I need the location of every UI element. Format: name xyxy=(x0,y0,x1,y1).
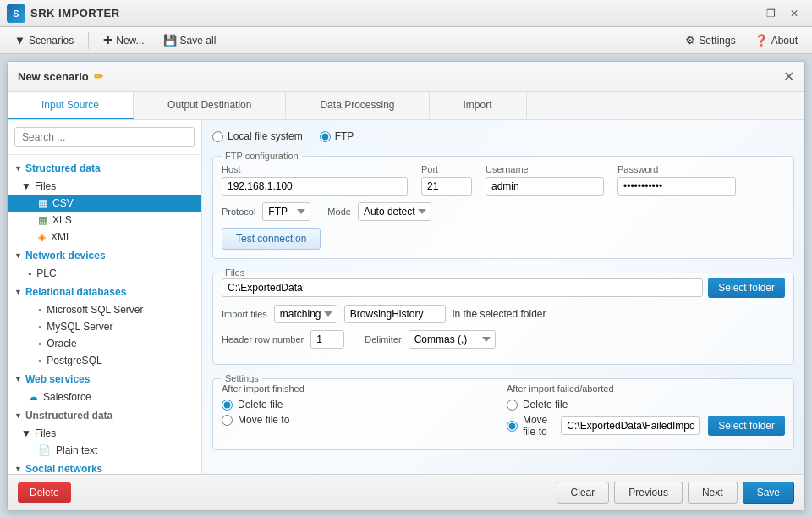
bottom-bar: Delete Clear Previous Next Save xyxy=(8,474,804,510)
tree-item-xls[interactable]: ▦ XLS xyxy=(8,212,201,229)
local-fs-option[interactable]: Local file system xyxy=(212,130,303,142)
csv-icon: ▦ xyxy=(38,197,47,209)
settings-legend: Settings xyxy=(222,373,262,383)
category-structured-data[interactable]: ▼ Structured data xyxy=(8,158,201,178)
window-close-button[interactable]: ✕ xyxy=(783,69,794,85)
about-icon: ❓ xyxy=(754,34,768,47)
protocol-select[interactable]: FTP FTPS SFTP xyxy=(262,202,310,221)
new-button[interactable]: ✚ New... xyxy=(96,30,151,50)
social-arrow: ▼ xyxy=(14,465,22,473)
content-area: ▼ Structured data ▼ Files ▦ CSV ▦ XLS ◈ xyxy=(8,120,804,474)
about-button[interactable]: ❓ About xyxy=(747,30,805,50)
save-button[interactable]: Save xyxy=(743,482,794,504)
settings-button[interactable]: ⚙ Settings xyxy=(678,30,743,50)
path-input[interactable] xyxy=(222,278,703,297)
salesforce-icon: ☁ xyxy=(28,391,38,403)
matching-select[interactable]: matching xyxy=(274,305,337,323)
search-input[interactable] xyxy=(14,127,195,147)
files-legend: Files xyxy=(222,267,248,278)
plc-label: PLC xyxy=(36,267,56,279)
source-type-group: Local file system FTP xyxy=(212,130,794,142)
save-icon: 💾 xyxy=(163,34,177,47)
category-social[interactable]: ▼ Social networks xyxy=(8,459,201,474)
password-field: Password xyxy=(617,164,736,196)
group-files[interactable]: ▼ Files xyxy=(8,178,201,195)
tree-item-plain-text[interactable]: 📄 Plain text xyxy=(8,442,201,459)
app-title: SRK IMPORTER xyxy=(30,7,120,19)
window-title-text: New scenario xyxy=(18,70,89,83)
tree-item-salesforce[interactable]: ☁ Salesforce xyxy=(8,388,201,405)
failed-move-option: Move file to Select folder xyxy=(507,414,785,438)
plain-text-icon: 📄 xyxy=(38,444,51,456)
failed-move-radio[interactable] xyxy=(507,421,518,432)
move-file-to-option[interactable]: Move file to xyxy=(222,414,490,426)
local-fs-label: Local file system xyxy=(228,130,303,142)
tab-import[interactable]: Import xyxy=(430,92,527,119)
tree-item-csv[interactable]: ▦ CSV xyxy=(8,195,201,212)
next-button[interactable]: Next xyxy=(688,482,738,504)
category-web-services[interactable]: ▼ Web services xyxy=(8,369,201,388)
settings-label: Settings xyxy=(699,35,735,47)
tree-item-oracle[interactable]: ▪ Oracle xyxy=(8,335,201,352)
tab-data-processing[interactable]: Data Processing xyxy=(286,92,429,119)
tree-item-mssql[interactable]: ▪ Microsoft SQL Server xyxy=(8,301,201,318)
ftp-option[interactable]: FTP xyxy=(320,130,354,142)
tree-item-mysql[interactable]: ▪ MySQL Server xyxy=(8,318,201,335)
failed-delete-option[interactable]: Delete file xyxy=(507,399,785,411)
tab-output-destination[interactable]: Output Destination xyxy=(134,92,286,119)
failed-delete-label: Delete file xyxy=(523,399,568,411)
after-finished-title: After import finished xyxy=(222,383,490,394)
save-all-label: Save all xyxy=(180,35,217,47)
category-unstructured[interactable]: ▼ Unstructured data xyxy=(8,405,201,425)
previous-button[interactable]: Previous xyxy=(614,482,683,504)
delete-file-radio[interactable] xyxy=(222,400,233,411)
mode-select[interactable]: Auto detect Passive Active xyxy=(358,202,431,221)
save-all-button[interactable]: 💾 Save all xyxy=(156,30,224,50)
scenarios-button[interactable]: ▼ Scenarios xyxy=(7,30,81,50)
local-fs-radio[interactable] xyxy=(212,131,223,142)
delete-file-option[interactable]: Delete file xyxy=(222,399,490,411)
ftp-radio[interactable] xyxy=(320,131,331,142)
failed-path-input[interactable] xyxy=(561,416,700,435)
mysql-icon: ▪ xyxy=(38,321,41,333)
maximize-button[interactable]: ❐ xyxy=(760,4,782,23)
scenarios-label: Scenarios xyxy=(29,35,74,47)
tree-item-xml[interactable]: ◈ XML xyxy=(8,229,201,245)
web-services-label: Web services xyxy=(25,373,91,385)
category-relational-db[interactable]: ▼ Relational databases xyxy=(8,282,201,301)
test-connection-button[interactable]: Test connection xyxy=(222,228,321,250)
tree-item-plc[interactable]: ▪ PLC xyxy=(8,265,201,282)
host-field: Host xyxy=(222,164,408,196)
filter-input[interactable] xyxy=(344,305,446,323)
clear-button[interactable]: Clear xyxy=(557,482,610,504)
port-input[interactable] xyxy=(421,177,472,196)
select-folder-button[interactable]: Select folder xyxy=(708,278,785,298)
password-input[interactable] xyxy=(617,177,736,196)
header-row-input[interactable] xyxy=(310,330,344,349)
username-label: Username xyxy=(486,164,604,174)
about-label: About xyxy=(771,35,798,47)
category-network-devices[interactable]: ▼ Network devices xyxy=(8,245,201,265)
plc-icon: ▪ xyxy=(28,267,31,279)
tree-item-postgresql[interactable]: ▪ PostgreSQL xyxy=(8,352,201,369)
delete-button[interactable]: Delete xyxy=(18,482,71,503)
host-input[interactable] xyxy=(222,177,408,196)
path-row: Select folder xyxy=(222,278,785,298)
host-label: Host xyxy=(222,164,408,174)
delimiter-select[interactable]: Commas (,) Semicolons (;) Tabs xyxy=(409,330,496,349)
tab-bar: Input Source Output Destination Data Pro… xyxy=(8,92,804,120)
xml-label: XML xyxy=(51,231,72,243)
structured-data-label: Structured data xyxy=(25,163,101,174)
failed-delete-radio[interactable] xyxy=(507,400,518,411)
failed-select-folder-button[interactable]: Select folder xyxy=(708,416,785,436)
minimize-button[interactable]: — xyxy=(736,4,758,23)
group-unstructured-files[interactable]: ▼ Files xyxy=(8,425,201,442)
window-title-area: New scenario ✏ xyxy=(18,70,103,83)
username-input[interactable] xyxy=(486,177,604,196)
move-file-radio[interactable] xyxy=(222,415,233,426)
username-field: Username xyxy=(486,164,604,196)
salesforce-label: Salesforce xyxy=(43,391,91,403)
tab-input-source[interactable]: Input Source xyxy=(8,92,134,119)
app-close-button[interactable]: ✕ xyxy=(783,4,805,23)
after-failed-title: After import failed/aborted xyxy=(507,383,785,394)
